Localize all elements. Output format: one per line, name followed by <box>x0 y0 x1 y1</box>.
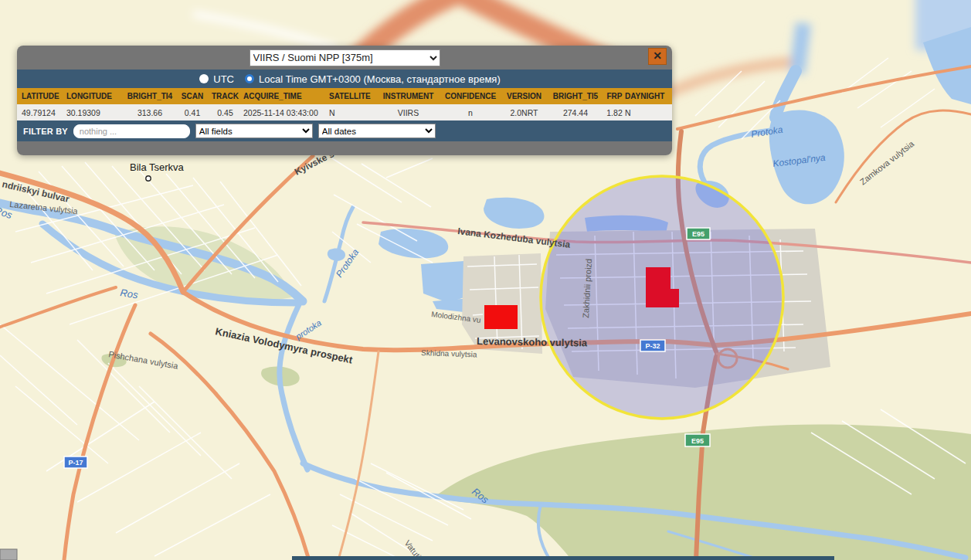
filter-row: FILTER BY All fields All dates <box>17 120 672 141</box>
col-acquire-time[interactable]: ACQUIRE_TIME <box>243 92 328 100</box>
table-header-row: LATITUDE LONGITUDE BRIGHT_TI4 SCAN TRACK… <box>17 88 672 104</box>
badge-p17: P-17 <box>64 456 87 468</box>
svg-text:E95: E95 <box>692 230 704 238</box>
panel-header: VIIRS / Suomi NPP [375m] ✕ <box>17 46 672 70</box>
svg-text:P-32: P-32 <box>645 342 660 350</box>
screen: Bila Tserkva ndriiskyi bulvar Lazaretna … <box>0 0 971 560</box>
fire-pixel-west[interactable] <box>484 305 518 329</box>
cell-scan: 0.41 <box>178 108 207 117</box>
panel-footer <box>17 141 672 155</box>
col-track[interactable]: TRACK <box>208 92 243 100</box>
cell-version: 2.0NRT <box>502 108 546 117</box>
badge-p32: P-32 <box>640 340 665 351</box>
col-instrument[interactable]: INSTRUMENT <box>378 92 439 100</box>
table-row[interactable]: 49.79124 30.19309 313.66 0.41 0.45 2025-… <box>17 104 672 120</box>
partial-control-bottom-left[interactable] <box>0 549 17 560</box>
cell-satellite: N <box>329 108 377 117</box>
label-city: Bila Tserkva <box>130 161 185 173</box>
time-mode-row: UTC Local Time GMT+0300 (Москва, стандар… <box>17 70 672 88</box>
col-latitude[interactable]: LATITUDE <box>22 92 66 100</box>
partial-bar-bottom <box>292 556 834 560</box>
filter-date-select[interactable]: All dates <box>318 124 436 138</box>
svg-text:P-17: P-17 <box>68 459 83 467</box>
col-satellite[interactable]: SATELLITE <box>329 92 377 100</box>
svg-text:E95: E95 <box>691 437 704 445</box>
col-frp[interactable]: FRP <box>605 92 624 100</box>
cell-acquire-time: 2025-11-14 03:43:00 <box>243 108 328 117</box>
cell-frp: 1.82 <box>605 108 624 117</box>
col-bright-ti5[interactable]: BRIGHT_TI5 <box>547 92 604 100</box>
filter-field-select[interactable]: All fields <box>195 124 313 138</box>
col-longitude[interactable]: LONGITUDE <box>66 92 122 100</box>
utc-radio[interactable] <box>199 74 209 83</box>
cell-confidence: n <box>440 108 501 117</box>
col-scan[interactable]: SCAN <box>178 92 207 100</box>
local-time-radio[interactable] <box>245 74 254 83</box>
col-confidence[interactable]: CONFIDENCE <box>440 92 501 100</box>
filter-by-label: FILTER BY <box>23 127 68 136</box>
cell-bright-ti4: 313.66 <box>123 108 177 117</box>
dataset-select[interactable]: VIIRS / Suomi NPP [375m] <box>250 49 440 66</box>
cell-latitude: 49.79124 <box>22 108 66 117</box>
cell-instrument: VIIRS <box>378 108 439 117</box>
utc-radio-label[interactable]: UTC <box>213 73 234 85</box>
city-marker <box>146 176 151 181</box>
cell-bright-ti5: 274.44 <box>547 108 604 117</box>
cell-longitude: 30.19309 <box>66 108 122 117</box>
col-bright-ti4[interactable]: BRIGHT_TI4 <box>123 92 177 100</box>
label-levanovskoho: Levanovskoho vulytsia <box>477 335 588 349</box>
badge-e95-bottom: E95 <box>685 434 710 446</box>
cell-track: 0.45 <box>208 108 243 117</box>
close-icon[interactable]: ✕ <box>648 48 667 65</box>
col-version[interactable]: VERSION <box>502 92 546 100</box>
cell-daynight: N <box>625 108 668 117</box>
badge-e95-top: E95 <box>687 228 710 239</box>
filter-input[interactable] <box>73 124 190 138</box>
col-daynight[interactable]: DAYNIGHT <box>625 92 668 100</box>
firms-data-panel: VIIRS / Suomi NPP [375m] ✕ UTC Local Tim… <box>17 46 672 155</box>
local-time-radio-label[interactable]: Local Time GMT+0300 (Москва, стандартное… <box>259 73 501 85</box>
